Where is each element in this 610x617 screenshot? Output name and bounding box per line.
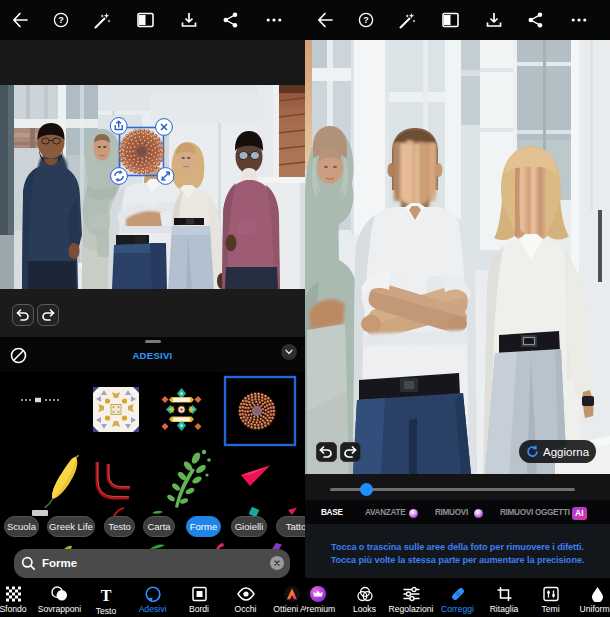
svg-text:?: ? — [58, 15, 64, 25]
svg-text:?: ? — [363, 15, 369, 25]
